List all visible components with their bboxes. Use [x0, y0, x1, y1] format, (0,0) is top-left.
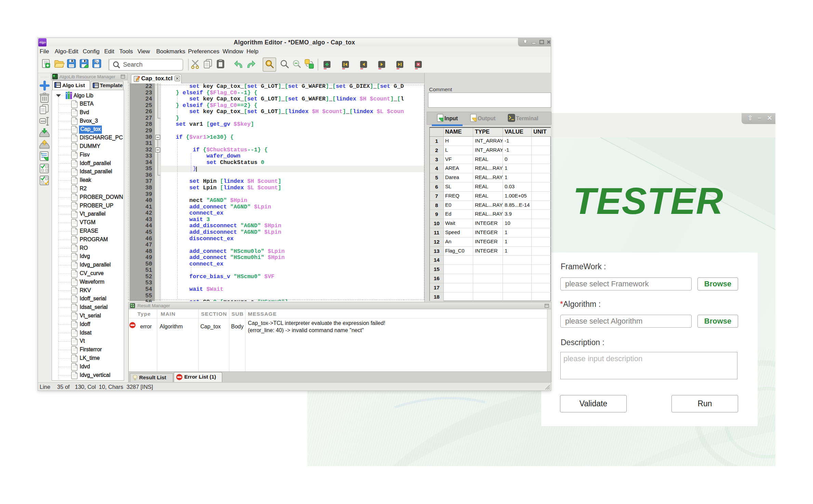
- svg-text:AlgoLib Resource Manager: AlgoLib Resource Manager: [59, 74, 116, 79]
- svg-text:Algo List: Algo List: [62, 82, 85, 88]
- svg-text:Output: Output: [478, 115, 496, 121]
- svg-text:$: $: [41, 152, 42, 155]
- svg-text:xxx: xxx: [41, 120, 45, 123]
- svg-text:Search: Search: [123, 61, 143, 68]
- svg-text:Template: Template: [100, 82, 123, 88]
- svg-text:TESTER: TESTER: [576, 184, 723, 218]
- svg-text:Cap_tox.tcl: Cap_tox.tcl: [141, 75, 173, 82]
- svg-text:.......: .......: [41, 74, 49, 78]
- svg-text:Terminal: Terminal: [516, 115, 538, 121]
- svg-text:Input: Input: [444, 115, 458, 121]
